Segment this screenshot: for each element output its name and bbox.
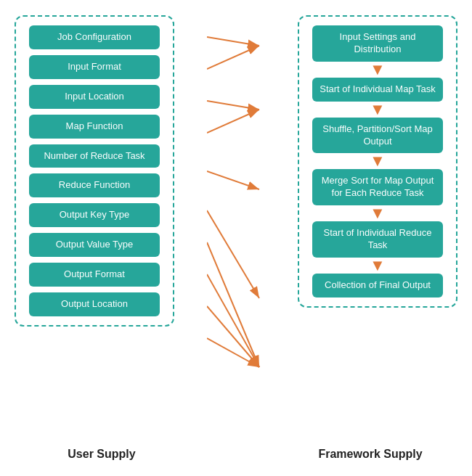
svg-line-7 [207,242,259,367]
arrow-down-3: ▼ [370,153,386,169]
arrow-down-5: ▼ [370,258,386,274]
svg-line-3 [207,101,259,110]
svg-line-2 [207,46,259,69]
svg-line-9 [207,306,259,367]
user-supply-label: User Supply [22,448,182,461]
svg-line-6 [207,210,259,298]
framework-supply-panel: Input Settings and Distribution ▼ Start … [298,15,457,308]
merge-sort-box: Merge Sort for Map Output for Each Reduc… [312,169,443,205]
user-supply-panel: Job Configuration Input Format Input Loc… [15,15,174,327]
reduce-function-box: Reduce Function [29,173,160,197]
arrow-down-2: ▼ [370,102,386,118]
input-location-box: Input Location [29,85,160,109]
svg-line-1 [207,37,259,46]
job-config-box: Job Configuration [29,25,160,49]
input-format-box: Input Format [29,55,160,79]
connector-arrows [207,15,265,439]
output-format-box: Output Format [29,263,160,287]
arrow-down-1: ▼ [370,62,386,78]
number-reduce-task-box: Number of Reduce Task [29,144,160,168]
collection-output-box: Collection of Final Output [312,274,443,298]
start-reduce-task-box: Start of Individual Reduce Task [312,221,443,258]
start-map-task-box: Start of Individual Map Task [312,78,443,102]
output-value-type-box: Output Value Type [29,233,160,257]
svg-line-5 [207,171,259,189]
arrow-down-4: ▼ [370,205,386,221]
output-location-box: Output Location [29,292,160,316]
shuffle-sort-box: Shuffle, Partition/Sort Map Output [312,118,443,154]
output-key-type-box: Output Key Type [29,203,160,227]
svg-line-4 [207,110,259,133]
map-function-box: Map Function [29,115,160,139]
arrows-svg [207,15,265,436]
input-settings-box: Input Settings and Distribution [312,25,443,62]
framework-supply-label: Framework Supply [290,448,450,461]
